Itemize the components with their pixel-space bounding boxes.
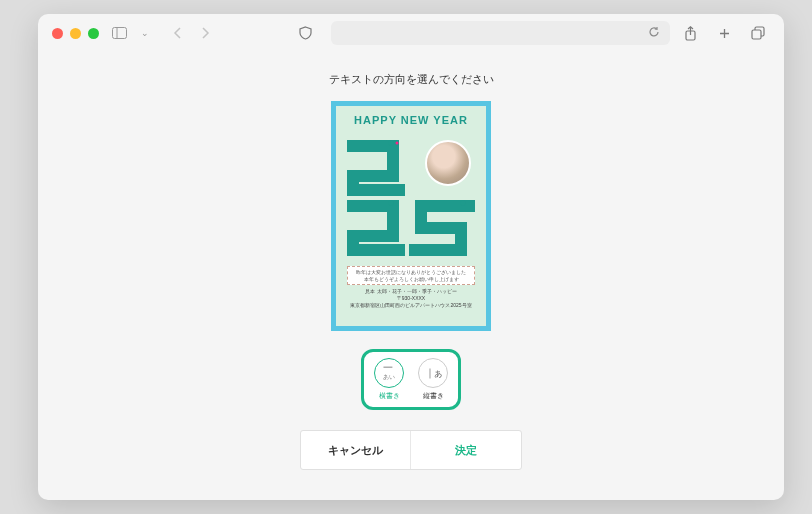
- dialog-buttons: キャンセル 決定: [300, 430, 522, 470]
- sidebar-toggle-icon[interactable]: [107, 22, 131, 44]
- svg-point-6: [389, 201, 394, 206]
- sender-postal: 〒930-XXXX: [350, 295, 471, 302]
- choice-horizontal[interactable]: 横書き: [374, 358, 404, 401]
- cancel-button[interactable]: キャンセル: [301, 431, 411, 469]
- maximize-icon[interactable]: [88, 28, 99, 39]
- choice-horizontal-label: 横書き: [379, 391, 400, 401]
- year-graphic: [341, 128, 481, 268]
- card-heading: HAPPY NEW YEAR: [354, 114, 468, 126]
- choice-vertical-label: 縦書き: [423, 391, 444, 401]
- address-bar[interactable]: [331, 21, 670, 45]
- tabs-icon[interactable]: [746, 22, 770, 44]
- svg-rect-3: [752, 30, 761, 39]
- sender-names: 見本 太郎・花子・一郎・季子・ハッピー: [350, 288, 471, 295]
- titlebar: ⌄: [38, 14, 784, 52]
- share-icon[interactable]: [678, 22, 702, 44]
- message-line-2: 本年もどうぞよろしくお願い申し上げます: [349, 276, 473, 283]
- forward-icon[interactable]: [193, 22, 217, 44]
- sender-address: 東京都新宿区山田町西のビルアパートハウス2025号室: [350, 302, 471, 309]
- choice-vertical[interactable]: ｜ぁ 縦書き: [418, 358, 448, 401]
- back-icon[interactable]: [165, 22, 189, 44]
- close-icon[interactable]: [52, 28, 63, 39]
- svg-point-4: [389, 141, 394, 146]
- svg-point-7: [461, 201, 466, 206]
- confirm-button[interactable]: 決定: [411, 431, 521, 469]
- reload-icon[interactable]: [648, 26, 660, 41]
- new-tab-icon[interactable]: [712, 22, 736, 44]
- card-sender-info: 見本 太郎・花子・一郎・季子・ハッピー 〒930-XXXX 東京都新宿区山田町西…: [350, 288, 471, 309]
- window-controls: [52, 28, 99, 39]
- svg-rect-0: [112, 28, 126, 39]
- vertical-icon: ｜ぁ: [418, 358, 448, 388]
- shield-icon[interactable]: [293, 22, 317, 44]
- direction-chooser: 横書き ｜ぁ 縦書き: [361, 349, 461, 410]
- horizontal-icon: [374, 358, 404, 388]
- card-message: 昨年は大変お世話になりありがとうございました 本年もどうぞよろしくお願い申し上げ…: [347, 266, 475, 285]
- minimize-icon[interactable]: [70, 28, 81, 39]
- dialog-prompt: テキストの方向を選んでください: [329, 72, 494, 87]
- message-line-1: 昨年は大変お世話になりありがとうございました: [349, 269, 473, 276]
- svg-point-5: [396, 142, 399, 145]
- photo-placeholder: [425, 140, 471, 186]
- card-preview: HAPPY NEW YEAR: [331, 101, 491, 331]
- chevron-down-icon[interactable]: ⌄: [139, 22, 151, 44]
